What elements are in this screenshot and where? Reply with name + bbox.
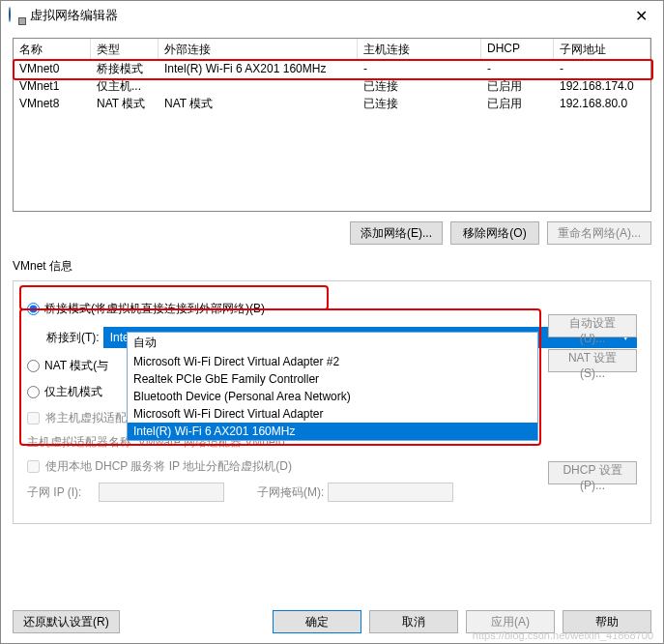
auto-settings-button[interactable]: 自动设置(U)... <box>548 314 637 337</box>
dhcp-row: 使用本地 DHCP 服务将 IP 地址分配给虚拟机(D) <box>27 458 637 475</box>
col-name[interactable]: 名称 <box>14 39 91 59</box>
col-subnet[interactable]: 子网地址 <box>554 39 650 59</box>
col-ext[interactable]: 外部连接 <box>159 39 358 59</box>
dropdown-item[interactable]: 自动 <box>128 333 537 353</box>
table-row[interactable]: VMnet0 桥接模式 Intel(R) Wi-Fi 6 AX201 160MH… <box>14 60 650 77</box>
dropdown-item[interactable]: Realtek PCIe GbE Family Controller <box>128 370 537 388</box>
network-buttons: 添加网络(E)... 移除网络(O) 重命名网络(A)... <box>13 221 651 245</box>
connect-host-adapter-checkbox <box>27 412 40 424</box>
col-dhcp[interactable]: DHCP <box>481 39 554 59</box>
network-table: 名称 类型 外部连接 主机连接 DHCP 子网地址 VMnet0 桥接模式 In… <box>13 38 651 212</box>
bridged-to-label: 桥接到(T): <box>46 330 100 346</box>
dropdown-item[interactable]: Microsoft Wi-Fi Direct Virtual Adapter #… <box>128 353 537 370</box>
app-icon <box>9 8 24 23</box>
titlebar: 虚拟网络编辑器 ✕ <box>1 1 663 30</box>
bridged-label[interactable]: 桥接模式(将虚拟机直接连接到外部网络)(B) <box>44 301 265 317</box>
col-type[interactable]: 类型 <box>91 39 159 59</box>
remove-network-button[interactable]: 移除网络(O) <box>450 221 539 245</box>
nat-radio[interactable] <box>27 360 40 372</box>
table-body[interactable]: VMnet0 桥接模式 Intel(R) Wi-Fi 6 AX201 160MH… <box>14 60 650 212</box>
ok-button[interactable]: 确定 <box>273 610 361 633</box>
dhcp-checkbox <box>27 460 40 473</box>
dhcp-settings-button[interactable]: DHCP 设置(P)... <box>548 461 637 484</box>
nat-settings-button[interactable]: NAT 设置(S)... <box>548 349 637 372</box>
bridged-radio[interactable] <box>27 303 40 315</box>
vmnet-info-label: VMnet 信息 <box>13 258 651 275</box>
close-icon[interactable]: ✕ <box>627 7 655 25</box>
table-row[interactable]: VMnet1 仅主机... 已连接 已启用 192.168.174.0 <box>14 77 650 95</box>
hostonly-radio[interactable] <box>27 386 40 398</box>
table-row[interactable]: VMnet8 NAT 模式 NAT 模式 已连接 已启用 192.168.80.… <box>14 95 650 112</box>
add-network-button[interactable]: 添加网络(E)... <box>350 221 443 245</box>
rename-network-button[interactable]: 重命名网络(A)... <box>547 221 651 245</box>
col-host[interactable]: 主机连接 <box>358 39 481 59</box>
dropdown-item[interactable]: Intel(R) Wi-Fi 6 AX201 160MHz <box>128 423 537 440</box>
nat-label[interactable]: NAT 模式(与 <box>44 358 108 374</box>
subnet-row: 子网 IP (I): 子网掩码(M): <box>27 483 637 502</box>
cancel-button[interactable]: 取消 <box>369 610 458 633</box>
bridged-radio-row[interactable]: 桥接模式(将虚拟机直接连接到外部网络)(B) <box>27 301 637 317</box>
subnet-mask-input <box>328 483 453 502</box>
table-header: 名称 类型 外部连接 主机连接 DHCP 子网地址 <box>14 39 650 60</box>
window-title: 虚拟网络编辑器 <box>30 7 627 24</box>
dropdown-item[interactable]: Microsoft Wi-Fi Direct Virtual Adapter <box>128 405 537 423</box>
dropdown-item[interactable]: Bluetooth Device (Personal Area Network) <box>128 388 537 405</box>
hostonly-label[interactable]: 仅主机模式 <box>44 384 102 400</box>
subnet-ip-input <box>99 483 224 502</box>
vmnet-info-box: 桥接模式(将虚拟机直接连接到外部网络)(B) 桥接到(T): Intel(R) … <box>13 280 651 524</box>
restore-defaults-button[interactable]: 还原默认设置(R) <box>13 610 120 633</box>
adapter-dropdown[interactable]: 自动 Microsoft Wi-Fi Direct Virtual Adapte… <box>127 332 538 441</box>
watermark: https://blog.csdn.net/weixin_41868700 <box>473 629 653 641</box>
